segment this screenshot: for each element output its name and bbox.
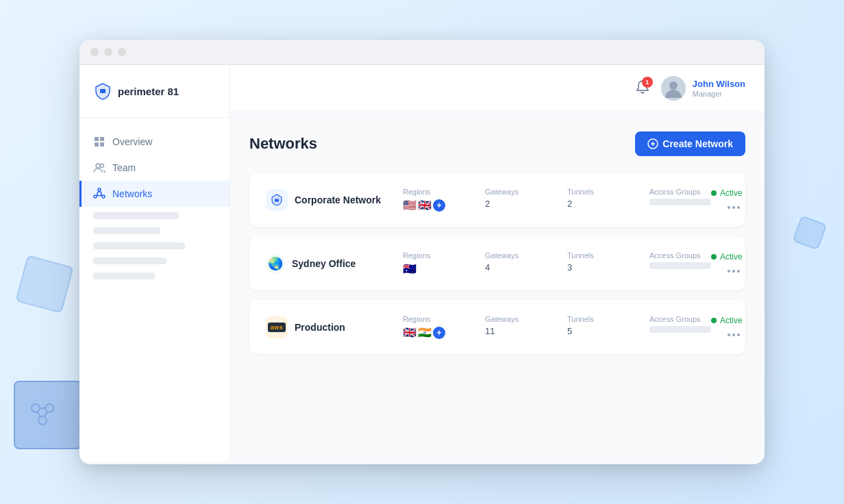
regions-label: Regions xyxy=(403,315,458,323)
tunnels-label: Tunnels xyxy=(567,188,622,196)
sidebar-item-overview[interactable]: Overview xyxy=(79,129,229,155)
stat-regions: Regions 🇺🇸🇬🇧+ xyxy=(403,188,458,212)
app-header: 1 John Wilson Manager xyxy=(230,65,765,112)
browser-dot-green xyxy=(118,48,126,56)
tunnels-count: 3 xyxy=(567,262,622,273)
aws-badge: aws xyxy=(268,323,286,332)
svg-line-18 xyxy=(101,195,103,196)
avatar xyxy=(661,76,686,101)
notification-button[interactable]: 1 xyxy=(635,79,650,97)
access-groups-skeleton xyxy=(649,199,711,205)
network-name: Corporate Network xyxy=(295,194,381,205)
flag-emoji: 🇬🇧 xyxy=(403,326,417,339)
notification-badge: 1 xyxy=(642,77,653,88)
app-container: perimeter 81 Overview T xyxy=(79,65,765,462)
more-menu-button[interactable] xyxy=(725,331,743,339)
svg-point-0 xyxy=(32,404,40,412)
more-menu-button[interactable] xyxy=(725,267,743,275)
user-name: John Wilson xyxy=(693,79,745,90)
more-dot-1 xyxy=(728,270,730,273)
plus-circle-icon xyxy=(647,138,658,149)
svg-point-14 xyxy=(98,188,101,191)
stat-gateways: Gateways 2 xyxy=(485,188,540,212)
svg-rect-7 xyxy=(95,137,99,141)
status-badge: Active xyxy=(711,188,743,198)
regions-flags: 🇺🇸🇬🇧+ xyxy=(403,199,458,212)
page-content: Networks Create Network xyxy=(230,112,765,383)
access-groups-label: Access Groups xyxy=(649,251,711,260)
page-header: Networks Create Network xyxy=(249,131,745,156)
browser-dot-red xyxy=(90,48,99,56)
active-dot xyxy=(711,190,717,196)
create-network-label: Create Network xyxy=(662,138,733,149)
more-dot-3 xyxy=(737,333,740,336)
networks-list: Corporate Network Regions 🇺🇸🇬🇧+ Gateways… xyxy=(249,173,745,354)
stat-tunnels: Tunnels 5 xyxy=(567,315,622,339)
flag-emoji: 🇺🇸 xyxy=(403,199,417,212)
grid-icon xyxy=(93,136,106,148)
gateways-label: Gateways xyxy=(485,188,540,196)
regions-flags: 🇬🇧🇮🇳+ xyxy=(403,326,458,339)
logo-icon xyxy=(93,81,112,101)
tunnels-count: 2 xyxy=(567,199,622,209)
stat-access-groups: Access Groups xyxy=(649,315,711,339)
more-dot-2 xyxy=(732,333,735,336)
tunnels-label: Tunnels xyxy=(567,251,622,260)
regions-label: Regions xyxy=(403,251,458,260)
more-dot-2 xyxy=(732,270,735,273)
more-dot-1 xyxy=(728,333,730,336)
network-stats: Regions 🇺🇸🇬🇧+ Gateways 2 Tunnels 2 Acces… xyxy=(403,188,711,212)
active-dot xyxy=(711,318,717,323)
more-dot-3 xyxy=(737,270,740,273)
add-region-button[interactable]: + xyxy=(433,199,445,212)
gateways-count: 2 xyxy=(485,199,540,209)
stat-access-groups: Access Groups xyxy=(649,188,711,212)
access-groups-skeleton xyxy=(649,262,711,269)
main-content: 1 John Wilson Manager xyxy=(230,65,765,462)
network-name-area: aws Production xyxy=(266,316,389,338)
sidebar-item-networks[interactable]: Networks xyxy=(79,181,229,207)
network-name: Production xyxy=(295,322,345,333)
gateways-count: 4 xyxy=(485,262,540,273)
stat-tunnels: Tunnels 3 xyxy=(567,251,622,275)
logo-text: perimeter 81 xyxy=(118,86,179,97)
status-area: Active xyxy=(711,316,743,339)
sidebar-overview-label: Overview xyxy=(112,136,152,147)
bg-decoration-1 xyxy=(15,255,74,314)
flag-emoji: 🇬🇧 xyxy=(418,199,432,212)
sidebar-skeleton-items xyxy=(79,207,229,293)
network-card-corporate: Corporate Network Regions 🇺🇸🇬🇧+ Gateways… xyxy=(249,173,745,227)
add-region-button[interactable]: + xyxy=(433,327,445,339)
stat-gateways: Gateways 11 xyxy=(485,315,540,339)
status-badge: Active xyxy=(711,252,743,262)
flag-emoji: 🇮🇳 xyxy=(418,326,432,339)
svg-line-4 xyxy=(37,412,41,417)
gateways-count: 11 xyxy=(485,326,540,336)
network-name-area: 🌏 Sydney Office xyxy=(266,254,389,273)
network-stats: Regions 🇬🇧🇮🇳+ Gateways 11 Tunnels 5 Acce… xyxy=(403,315,711,339)
stat-gateways: Gateways 4 xyxy=(485,251,540,275)
svg-line-19 xyxy=(97,195,98,196)
svg-point-12 xyxy=(101,164,104,168)
svg-rect-25 xyxy=(275,199,279,201)
stat-regions: Regions 🇦🇺 xyxy=(403,251,458,275)
regions-flags: 🇦🇺 xyxy=(403,262,458,275)
sidebar-item-team[interactable]: Team xyxy=(79,155,229,181)
status-area: Active xyxy=(711,252,743,275)
user-info[interactable]: John Wilson Manager xyxy=(661,76,745,101)
access-groups-label: Access Groups xyxy=(649,315,711,323)
more-menu-button[interactable] xyxy=(725,203,743,212)
svg-rect-6 xyxy=(100,89,106,93)
network-perimeter-icon xyxy=(266,189,288,211)
access-groups-label: Access Groups xyxy=(649,188,711,196)
regions-label: Regions xyxy=(403,188,458,196)
network-name-area: Corporate Network xyxy=(266,189,389,211)
status-badge: Active xyxy=(711,316,743,325)
bg-decoration-4 xyxy=(792,215,827,250)
network-name: Sydney Office xyxy=(292,258,356,269)
page-title: Networks xyxy=(249,135,317,153)
create-network-button[interactable]: Create Network xyxy=(635,131,745,156)
sidebar-networks-label: Networks xyxy=(112,188,152,199)
active-dot xyxy=(711,254,717,260)
svg-point-21 xyxy=(669,81,678,90)
